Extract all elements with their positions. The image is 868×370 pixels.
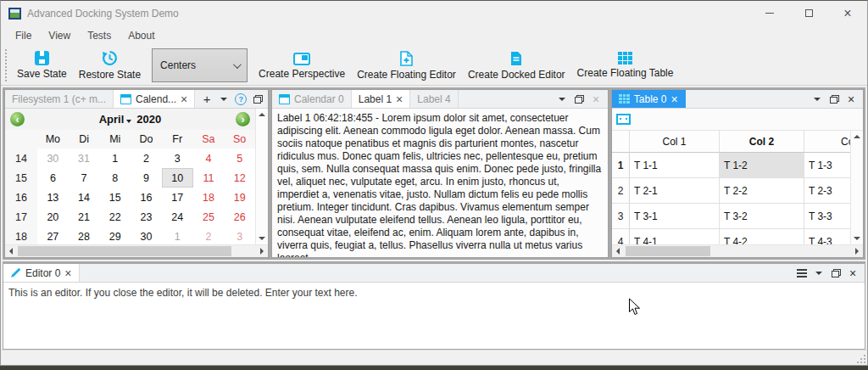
calendar-day[interactable]: 30: [37, 149, 69, 168]
tab-list-dropdown-button[interactable]: [556, 92, 568, 106]
perspective-dropdown[interactable]: Centers: [152, 48, 248, 82]
calendar-year[interactable]: 2020: [136, 113, 161, 126]
save-state-button[interactable]: Save State: [11, 46, 73, 85]
toolbar-drag-handle[interactable]: [5, 49, 9, 81]
scroll-right-arrow[interactable]: [851, 245, 863, 257]
calendar-day[interactable]: 2: [193, 227, 225, 244]
scroll-right-arrow[interactable]: [256, 245, 268, 257]
calendar-day[interactable]: 29: [99, 227, 131, 244]
tab-label-4[interactable]: Label 4: [410, 90, 458, 108]
table-cell[interactable]: T 3-2: [720, 204, 804, 229]
menu-button[interactable]: [796, 266, 808, 280]
close-icon[interactable]: ×: [396, 93, 403, 105]
calendar-day[interactable]: 26: [224, 207, 255, 227]
undock-button[interactable]: [828, 92, 840, 106]
calendar-day[interactable]: 9: [131, 168, 162, 188]
close-dock-button[interactable]: ×: [845, 92, 857, 106]
column-header[interactable]: Col 2: [720, 131, 804, 153]
column-header[interactable]: Col 1: [630, 131, 720, 153]
calendar-day[interactable]: 11: [193, 168, 225, 188]
tab-editor-0[interactable]: Editor 0 ×: [3, 264, 80, 282]
row-header[interactable]: 4: [612, 229, 630, 244]
scroll-up-arrow[interactable]: [256, 109, 268, 121]
calendar-day[interactable]: 13: [37, 188, 69, 207]
menu-item-view[interactable]: View: [41, 27, 78, 44]
tab-calendar-1[interactable]: Calend... ×: [114, 90, 195, 108]
calendar-horizontal-scrollbar[interactable]: [5, 244, 268, 257]
calendar-day[interactable]: 12: [224, 168, 255, 188]
tab-list-dropdown-button[interactable]: [813, 266, 825, 280]
calendar-day[interactable]: 23: [131, 207, 162, 227]
calendar-day[interactable]: 30: [131, 227, 162, 244]
calendar-month[interactable]: April: [99, 113, 125, 126]
calendar-day[interactable]: 24: [162, 207, 193, 227]
title-bar[interactable]: Advanced Docking System Demo ×: [1, 1, 867, 25]
undock-button[interactable]: [252, 92, 264, 106]
calendar-day[interactable]: 27: [37, 227, 69, 244]
undock-button[interactable]: [830, 266, 842, 280]
table-cell[interactable]: T 1-2: [720, 153, 804, 178]
help-button[interactable]: ?: [235, 93, 247, 105]
close-icon[interactable]: ×: [181, 93, 187, 105]
calendar-day[interactable]: 5: [224, 149, 255, 168]
tab-table-0[interactable]: Table 0 ×: [612, 90, 686, 108]
table-cell[interactable]: T 1-3: [804, 153, 850, 178]
prev-month-button[interactable]: ‹: [10, 112, 25, 126]
table-cell[interactable]: T 4-2: [720, 229, 804, 244]
resize-grip[interactable]: [857, 355, 865, 363]
calendar-day[interactable]: 22: [99, 207, 131, 227]
menu-item-file[interactable]: File: [8, 27, 39, 44]
scroll-down-arrow[interactable]: [256, 233, 268, 244]
calendar-day[interactable]: 20: [37, 207, 69, 227]
resize-table-icon[interactable]: [616, 114, 631, 125]
close-dock-button[interactable]: ×: [590, 92, 602, 106]
table-cell[interactable]: T 4-1: [630, 229, 720, 244]
scroll-down-arrow[interactable]: [851, 233, 863, 244]
table-cell[interactable]: T 3-3: [804, 204, 850, 229]
add-tab-button[interactable]: +: [201, 92, 213, 106]
calendar-day[interactable]: 1: [99, 149, 131, 168]
scroll-left-arrow[interactable]: [612, 245, 624, 257]
restore-state-button[interactable]: Restore State: [73, 46, 147, 85]
table-horizontal-scrollbar[interactable]: [612, 244, 863, 257]
calendar-day[interactable]: 10: [162, 168, 193, 188]
table-cell[interactable]: T 4-3: [804, 229, 850, 244]
menu-item-tests[interactable]: Tests: [80, 27, 119, 44]
calendar-day[interactable]: 18: [193, 188, 225, 207]
create-floating-table-button[interactable]: Create Floating Table: [571, 46, 680, 85]
tab-filesystem-1[interactable]: Filesystem 1 (c+ m...: [5, 90, 114, 108]
close-button[interactable]: ×: [828, 1, 867, 25]
scroll-left-arrow[interactable]: [5, 245, 17, 257]
calendar-day[interactable]: 21: [69, 207, 100, 227]
row-header[interactable]: 1: [612, 153, 630, 178]
calendar-day[interactable]: 31: [69, 149, 100, 168]
calendar-day[interactable]: 3: [224, 227, 255, 244]
calendar-day[interactable]: 19: [224, 188, 255, 207]
calendar-day[interactable]: 8: [99, 168, 131, 188]
scrollbar-thumb[interactable]: [626, 246, 710, 256]
row-header[interactable]: 3: [612, 204, 630, 229]
create-floating-editor-button[interactable]: Create Floating Editor: [351, 46, 462, 85]
table-cell[interactable]: T 2-3: [804, 178, 850, 204]
table-cell[interactable]: T 2-2: [720, 178, 804, 204]
close-icon[interactable]: ×: [670, 93, 677, 105]
scrollbar-thumb[interactable]: [18, 246, 231, 256]
minimize-button[interactable]: [750, 1, 789, 25]
calendar-day[interactable]: 17: [162, 188, 193, 207]
calendar-day[interactable]: 14: [69, 188, 100, 207]
menu-item-about[interactable]: About: [120, 27, 162, 44]
tab-list-dropdown-button[interactable]: [811, 92, 823, 106]
table-cell[interactable]: T 2-1: [630, 178, 720, 204]
column-header[interactable]: Col 3: [804, 131, 850, 153]
close-dock-button[interactable]: ×: [847, 266, 859, 280]
table-cell[interactable]: T 3-1: [630, 204, 720, 229]
calendar-day[interactable]: 7: [69, 168, 100, 188]
editor-content[interactable]: This is an editor. If you close the edit…: [3, 283, 865, 303]
calendar-day[interactable]: 3: [162, 149, 193, 168]
table-corner-header[interactable]: [612, 131, 630, 153]
calendar-day[interactable]: 4: [193, 149, 225, 168]
tab-list-dropdown-button[interactable]: [218, 92, 230, 106]
tab-calendar-0[interactable]: Calendar 0: [272, 90, 352, 108]
tab-label-1[interactable]: Label 1 ×: [352, 90, 411, 108]
maximize-button[interactable]: [789, 1, 828, 25]
